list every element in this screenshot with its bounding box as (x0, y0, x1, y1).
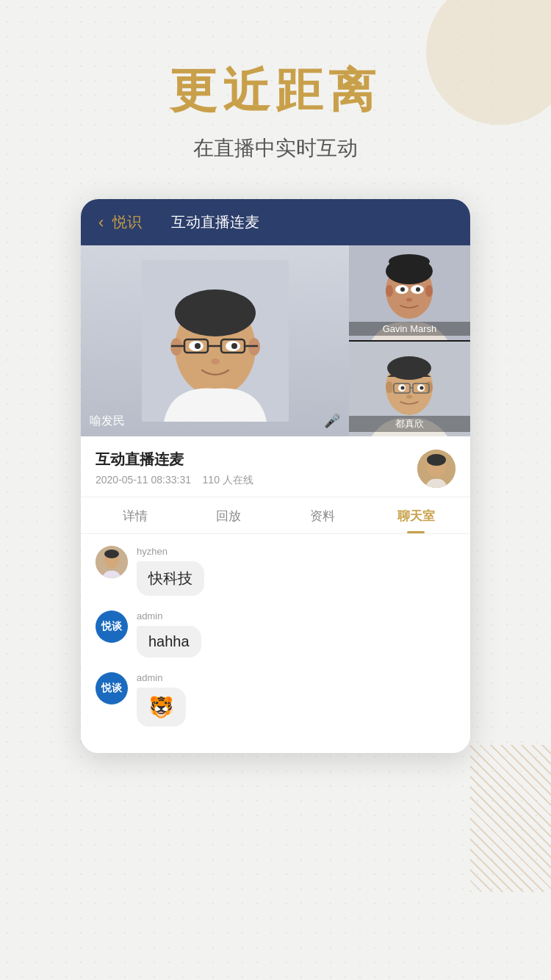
tab-replay[interactable]: 回放 (182, 497, 276, 533)
side-video-2: 都真欣 (349, 342, 470, 436)
tab-materials[interactable]: 资料 (276, 497, 370, 533)
svg-point-15 (231, 343, 237, 349)
chat-message-1: hyzhen 快科技 (96, 546, 455, 596)
svg-point-21 (389, 254, 430, 269)
svg-point-27 (416, 287, 420, 292)
chat-content-2: admin hahha (137, 610, 201, 657)
bg-decoration-bottom (470, 745, 551, 892)
svg-point-48 (104, 550, 119, 558)
side-speaker-1-label: Gavin Marsh (349, 322, 470, 336)
live-title: 互动直播连麦 (171, 212, 259, 232)
svg-point-33 (386, 381, 393, 393)
info-left: 互动直播连麦 2020-05-11 08:33:31 110 人在线 (96, 450, 253, 487)
svg-point-40 (401, 386, 405, 390)
chat-bubble-1: 快科技 (137, 561, 204, 596)
video-area: 喻发民 🎤 (81, 245, 470, 436)
chat-area: hyzhen 快科技 悦谈 admin hahha 悦谈 (81, 534, 470, 753)
main-speaker-face (81, 245, 349, 436)
side-speaker-2-label: 都真欣 (349, 416, 470, 432)
main-speaker-label: 喻发民 (90, 414, 125, 429)
svg-point-28 (406, 298, 412, 302)
info-area: 互动直播连麦 2020-05-11 08:33:31 110 人在线 (81, 436, 470, 497)
svg-point-14 (195, 343, 201, 349)
event-title: 互动直播连麦 (96, 450, 253, 469)
side-video-1: Gavin Marsh (349, 245, 470, 340)
host-avatar-image (417, 450, 455, 488)
brand-avatar-text: 悦谈 (101, 620, 122, 633)
page-sub-title: 在直播中实时互动 (193, 134, 358, 162)
chat-username-1: hyzhen (137, 546, 204, 557)
mic-icon: 🎤 (324, 413, 340, 429)
back-button[interactable]: ‹ (98, 213, 104, 232)
tab-details[interactable]: 详情 (88, 497, 182, 533)
host-avatar (417, 450, 455, 488)
chat-message-3: 悦谈 admin 🐯 (96, 672, 455, 727)
chat-username-2: admin (137, 610, 201, 621)
chat-bubble-2: hahha (137, 626, 201, 657)
main-video: 喻发民 🎤 (81, 245, 349, 436)
event-online-count: 110 人在线 (203, 474, 253, 486)
svg-point-22 (386, 285, 393, 297)
svg-point-26 (400, 287, 405, 292)
svg-point-23 (425, 285, 433, 297)
svg-point-4 (175, 289, 256, 336)
svg-point-42 (406, 395, 412, 399)
event-meta: 2020-05-11 08:33:31 110 人在线 (96, 474, 253, 487)
svg-point-45 (427, 454, 446, 466)
svg-point-41 (420, 386, 424, 390)
tab-bar: 详情 回放 资料 聊天室 (81, 497, 470, 534)
chat-avatar-2: 悦谈 (96, 610, 128, 643)
chat-avatar-image-1 (96, 546, 128, 578)
tab-chat[interactable]: 聊天室 (370, 497, 464, 533)
svg-point-16 (211, 359, 220, 364)
chat-content-3: admin 🐯 (137, 672, 186, 727)
main-content: 更近距离 在直播中实时互动 ‹ 悦识 互动直播连麦 (0, 0, 551, 753)
side-videos: Gavin Marsh (349, 245, 470, 436)
page-main-title: 更近距离 (170, 59, 381, 123)
chat-avatar-1 (96, 546, 128, 578)
event-date: 2020-05-11 08:33:31 (96, 474, 191, 486)
phone-mockup: ‹ 悦识 互动直播连麦 (81, 199, 470, 753)
main-speaker-avatar (142, 260, 289, 422)
app-header: ‹ 悦识 互动直播连麦 (81, 199, 470, 245)
nav-title: 悦识 (112, 212, 142, 232)
brand-avatar-text-3: 悦谈 (101, 682, 122, 695)
chat-avatar-3: 悦谈 (96, 672, 128, 705)
chat-message-2: 悦谈 admin hahha (96, 610, 455, 657)
chat-bubble-3: 🐯 (137, 688, 186, 727)
chat-username-3: admin (137, 672, 186, 683)
chat-content-1: hyzhen 快科技 (137, 546, 204, 596)
